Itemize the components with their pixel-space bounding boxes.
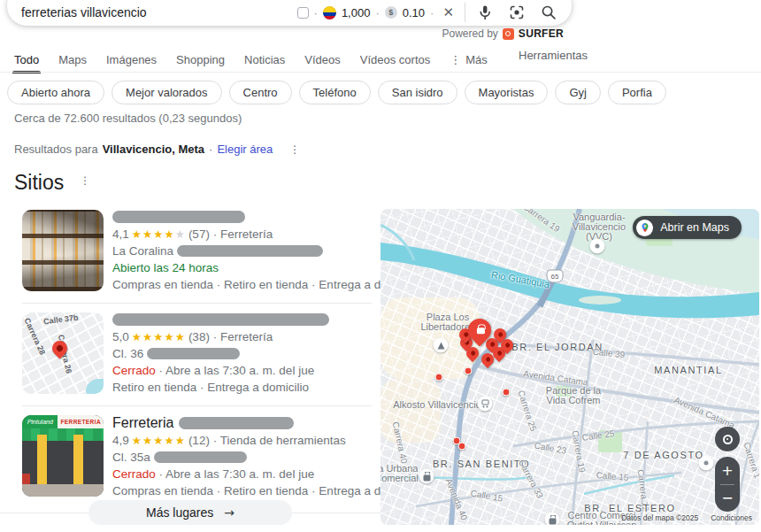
map-dot-marker[interactable] [503, 389, 511, 397]
dollar-icon: $ [385, 6, 397, 19]
storefront-sign: Pintuland [22, 415, 58, 428]
location-line: Resultados para Villavicencio, Meta · El… [14, 143, 300, 156]
rating-value: 4,9 [112, 434, 129, 447]
search-tabs: Todo Maps Imágenes Shopping Noticias Víd… [14, 49, 761, 70]
redacted-address-bar [177, 245, 323, 257]
chip-gyj[interactable]: Gyj [555, 81, 601, 104]
token-count: 1,000 [342, 6, 371, 19]
map-locate-button[interactable] [715, 427, 740, 451]
storefront-sign: FERRETERIA [58, 415, 104, 428]
service-options: Retiro en tienda · Entrega a domicilio [112, 381, 309, 394]
service-options: Compras en tienda · Retiro en tienda · E… [112, 484, 420, 497]
results-stats: Cerca de 72.600 resultados (0,23 segundo… [14, 112, 242, 125]
chip-mejor-valorados[interactable]: Mejor valorados [111, 81, 222, 104]
result-thumbnail-storefront[interactable]: Pintuland FERRETERIA [22, 415, 104, 497]
kebab-icon[interactable]: ⋮ [289, 143, 300, 156]
tab-imagenes[interactable]: Imágenes [106, 53, 157, 66]
status-badge: Abierto las 24 horas [112, 261, 219, 274]
list-item: Calle 37b Carrera 28 Carrera 26 ↓ 5,0★★★… [22, 303, 372, 405]
chip-abierto-ahora[interactable]: Abierto ahora [7, 81, 104, 104]
address: La Coralina [112, 244, 173, 258]
tab-videos-cortos[interactable]: Vídeos cortos [360, 53, 431, 66]
chip-san-isidro[interactable]: San isidro [378, 81, 457, 104]
review-category: (12) · Tienda de herramientas [188, 434, 346, 447]
tab-mas[interactable]: ⋮Más [450, 53, 488, 66]
map-attribution: Datos del mapa ©2025 Condiciones [621, 513, 752, 522]
storefront-awning [22, 428, 104, 441]
search-bar: ferreterias villavicencio · 1,000 · $ 0.… [7, 0, 572, 26]
map-dot-marker[interactable] [435, 374, 443, 382]
page-title: Sitios [14, 171, 64, 195]
tab-noticias[interactable]: Noticias [244, 53, 285, 66]
chip-porfia[interactable]: Porfia [608, 81, 666, 104]
choose-area-link[interactable]: Elegir área [217, 143, 273, 156]
rating-value: 4,1 [112, 227, 129, 241]
map-canvas[interactable]: Vanguardia- Villavicencio (VVC)Carrera 1… [380, 209, 759, 525]
redacted-title-bar[interactable] [112, 313, 329, 326]
map-poi-bag-icon [419, 469, 434, 484]
colombia-flag-icon [323, 6, 336, 19]
tab-maps[interactable]: Maps [58, 53, 87, 66]
zoom-out-button[interactable]: − [715, 485, 740, 513]
mic-icon[interactable] [476, 4, 494, 21]
open-in-maps-button[interactable]: Abrir en Maps [633, 216, 742, 239]
divider [465, 3, 465, 22]
star-rating: ★★★★★ [132, 227, 186, 241]
tab-todo[interactable]: Todo [14, 53, 39, 66]
section-title: Sitios ⋮ [14, 171, 90, 195]
search-icon[interactable] [540, 4, 557, 21]
more-places-row: Más lugares → [0, 500, 380, 525]
lock-icon [476, 328, 484, 334]
review-category: (38) · Ferretería [188, 330, 273, 343]
map-zoom-controls: + − [715, 457, 740, 512]
redacted-title-bar [179, 417, 294, 429]
local-results-list: 4,1★★★★★(57) · Ferretería La Coralina Ab… [22, 210, 372, 509]
minimap-street-label: Calle 37b [43, 313, 79, 327]
zoom-in-button[interactable]: + [715, 457, 740, 484]
map-dot-marker[interactable] [458, 443, 466, 451]
chip-telefono[interactable]: Teléfono [299, 81, 371, 104]
tab-videos[interactable]: Vídeos [304, 53, 340, 66]
close-icon[interactable]: ✕ [442, 4, 454, 20]
filter-chips: Abierto ahora Mejor valorados Centro Tel… [7, 81, 666, 104]
map-dot-marker[interactable] [465, 367, 473, 375]
status-badge: Cerrado [112, 364, 156, 377]
locate-icon [723, 435, 733, 444]
result-thumbnail-paint-shelves[interactable] [22, 210, 104, 291]
map-poi-tree-icon [434, 338, 449, 353]
map-poi-dot-icon [699, 456, 714, 471]
status-detail: · Abre a las 7:30 a. m. del jue [159, 467, 315, 481]
price-value: 0.10 [403, 6, 425, 19]
address: Cl. 35a [112, 451, 150, 464]
surfer-logo-icon [503, 28, 514, 40]
map-terrain [380, 209, 759, 525]
google-search-results-page: ferreterias villavicencio · 1,000 · $ 0.… [0, 0, 761, 532]
kebab-icon[interactable]: ⋮ [80, 174, 90, 187]
address: Cl. 36 [112, 347, 143, 360]
minimap-arrow-icon: ↓ [65, 364, 69, 374]
status-badge: Cerrado [112, 467, 156, 481]
result-thumbnail-minimap[interactable]: Calle 37b Carrera 28 Carrera 26 ↓ [22, 312, 104, 394]
kebab-icon: ⋮ [450, 53, 461, 66]
arrow-right-icon: → [224, 505, 234, 520]
lens-icon[interactable] [508, 4, 526, 21]
powered-by-badge: Powered by SURFER [442, 27, 564, 40]
redacted-title-bar[interactable] [112, 211, 245, 223]
map-poi-cart-icon [478, 397, 493, 412]
extension-price-widget: · 1,000 · $ 0.10 · ✕ [297, 4, 454, 20]
google-maps-icon [636, 220, 653, 236]
list-item: 4,1★★★★★(57) · Ferretería La Coralina Ab… [22, 210, 372, 303]
result-title[interactable]: Ferreteria [112, 415, 173, 430]
extension-checkbox[interactable] [297, 7, 309, 19]
tab-shopping[interactable]: Shopping [176, 53, 225, 66]
more-places-button[interactable]: Más lugares → [88, 500, 292, 525]
review-category: (57) · Ferretería [188, 227, 273, 241]
tools-button[interactable]: Herramientas [519, 49, 588, 62]
chip-mayoristas[interactable]: Mayoristas [465, 81, 549, 104]
chip-centro[interactable]: Centro [229, 81, 292, 104]
redacted-address-bar [147, 348, 240, 359]
search-input[interactable]: ferreterias villavicencio [21, 5, 297, 19]
location-value: Villavicencio, Meta [103, 143, 204, 156]
map-poi-dot-icon [590, 239, 605, 254]
terms-link[interactable]: Condiciones [711, 513, 752, 522]
